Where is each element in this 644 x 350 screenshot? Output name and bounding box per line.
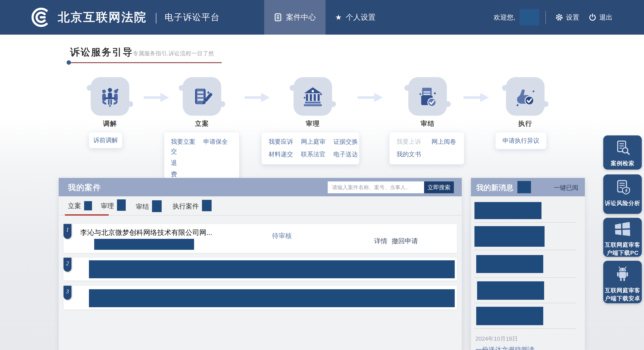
conclusion-links-card: 我要上诉 网上阅卷 我的文书 [390,132,464,164]
header: 北京互联网法院 | 电子诉讼平台 案件中心 ★ 个人设置 欢迎您, 设置 [0,0,644,34]
page: 北京互联网法院 | 电子诉讼平台 案件中心 ★ 个人设置 欢迎您, 设置 [0,0,644,350]
tab-label: 审结 [136,202,149,211]
case-row-redacted [89,260,455,278]
side-button-label: 互联网庭审客户端下载安卓 [604,286,640,302]
message-item-redacted[interactable] [476,255,543,273]
link-respond-suit[interactable]: 我要应诉 [268,138,293,146]
main-nav: 案件中心 ★ 个人设置 [264,0,385,34]
case-detail-link[interactable]: 详情 [374,237,387,246]
star-icon: ★ [335,13,342,22]
tab-concluded[interactable]: 审结 [136,201,162,212]
case-row-redacted [89,289,455,307]
power-icon [589,14,596,21]
case-row[interactable]: 3 [64,286,457,310]
case-row[interactable]: 2 [64,258,457,280]
tab-filing[interactable]: 立案 [68,201,92,210]
mediation-icon [91,77,129,116]
case-search-tool-button[interactable]: 案例检索 [603,136,642,170]
message-divider [474,222,576,222]
case-number-ribbon: 3 [64,286,72,300]
case-tabs: 立案 审理 审结 执行案件 [59,196,462,216]
settings-button[interactable]: 设置 [556,13,579,22]
my-messages-panel: 我的新消息 一键已阅 2024年10月18日 一份送达文书待阅读 [471,178,585,350]
nav-label: 案件中心 [286,12,316,22]
download-android-client-button[interactable]: 互联网庭审客户端下载安卓 [603,261,642,303]
step-label: 立案 [178,119,226,128]
step-label: 执行 [501,119,549,128]
tab-trial[interactable]: 审理 [101,201,126,211]
case-withdraw-link[interactable]: 撤回申请 [392,237,418,246]
step-label: 审结 [404,119,452,128]
link-pay-refund-fee-char[interactable]: 费 [171,171,177,178]
my-cases-header: 我的案件 立即搜索 [59,178,462,196]
link-enforcement-objection[interactable]: 申请执行异议 [502,136,539,145]
flow-arrow-icon [464,93,489,102]
username-redacted [520,9,539,26]
logout-label: 退出 [599,13,612,22]
link-evidence-exchange[interactable]: 证据交换 [334,138,358,146]
guide-underline [69,62,222,63]
brand-divider: | [155,11,158,24]
my-cases-panel: 我的案件 立即搜索 立案 审理 审结 执行案件 1 [59,178,462,350]
link-contact-judge[interactable]: 联系法官 [301,150,326,158]
step-filing: 立案 [178,77,226,128]
court-name: 北京互联网法院 [58,9,147,25]
active-tab-underline [65,214,109,216]
link-online-file-review[interactable]: 网上阅卷 [432,138,456,146]
risk-analysis-icon [614,179,631,196]
nav-case-center[interactable]: 案件中心 [264,0,326,34]
case-search-icon [615,140,630,156]
case-row[interactable]: 1 李沁与北京微梦创科网络技术有限公司网... 待审核 详情 撤回申请 [64,224,457,253]
case-search-button[interactable]: 立即搜索 [424,182,454,193]
link-file-case[interactable]: 我要立案 [171,138,196,146]
step-trial: 审理 [289,77,337,128]
message-divider [474,303,576,303]
message-item-redacted[interactable] [474,226,544,247]
message-divider [474,278,576,278]
case-search-input[interactable] [328,182,424,193]
message-divider [474,328,576,329]
brand: 北京互联网法院 | 电子诉讼平台 [58,0,220,34]
link-appeal[interactable]: 我要上诉 [396,138,421,146]
litigation-risk-button[interactable]: 诉讼风险分析 [603,174,642,214]
side-button-label: 案例检索 [604,159,640,168]
guide-section-subtitle: 专属服务指引,诉讼流程一目了然 [133,50,214,58]
messages-list: 2024年10月18日 一份送达文书待阅读 [474,202,580,350]
logout-button[interactable]: 退出 [589,13,612,22]
link-electronic-service[interactable]: 电子送达 [334,150,358,158]
link-pretrial-mediation[interactable]: 诉前调解 [93,136,118,144]
tab-count-redacted [152,200,162,212]
nav-personal-settings[interactable]: ★ 个人设置 [326,0,385,34]
tab-label: 立案 [68,202,81,210]
tab-label: 执行案件 [172,202,199,211]
enforcement-links-card: 申请执行异议 [496,132,546,149]
case-title: 李沁与北京微梦创科网络技术有限公司网... [80,228,212,237]
link-submit-materials[interactable]: 材料递交 [268,150,293,158]
link-apply-preservation[interactable]: 申请保全 [203,138,228,146]
message-item-redacted[interactable] [474,202,542,219]
trial-links-card: 我要应诉 网上庭审 证据交换 材料递交 联系法官 电子送达 [262,132,359,164]
mark-all-read-button[interactable]: 一键已阅 [554,184,578,192]
message-item-redacted[interactable] [477,281,544,300]
android-icon [614,265,631,283]
court-logo-icon [29,6,52,29]
header-divider [546,11,546,24]
messages-count-redacted [518,181,531,193]
header-user-area: 欢迎您, 设置 退出 [494,0,612,34]
download-pc-client-button[interactable]: 互联网庭审客户端下载PC [603,218,642,257]
link-my-documents[interactable]: 我的文书 [396,150,421,158]
side-button-label: 诉讼风险分析 [604,199,640,207]
case-actions: 详情 撤回申请 [374,237,418,246]
link-pay-refund-fee-char[interactable]: 交 [171,148,177,155]
guide-section-title: 诉讼服务引导 [70,46,133,59]
enforcement-icon [506,77,544,116]
flow-arrow-icon [244,93,270,102]
link-online-hearing[interactable]: 网上庭审 [301,138,326,146]
link-pay-refund-fee-char[interactable]: 退 [171,159,177,166]
messages-title: 我的新消息 [476,183,514,193]
case-number-ribbon: 2 [64,258,72,272]
message-item-redacted[interactable] [476,307,543,325]
tab-enforcement-cases[interactable]: 执行案件 [172,201,212,211]
flow-arrow-icon [358,93,383,102]
message-document-link[interactable]: 一份送达文书待阅读 [475,345,580,350]
